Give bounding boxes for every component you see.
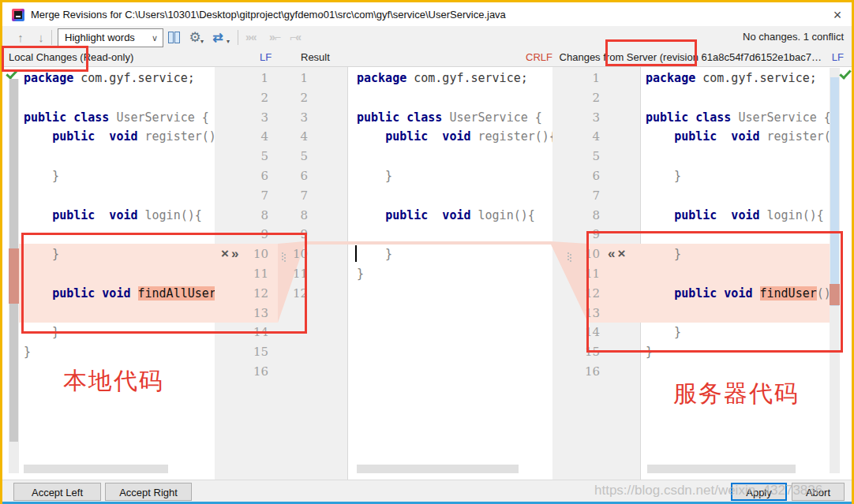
line-number: 6	[592, 166, 600, 186]
result-line-numbers: 123456789101112	[215, 67, 313, 473]
right-inspection-ok-icon	[839, 67, 851, 80]
window-title: Merge Revisions for C:\Users\10301\Deskt…	[31, 9, 506, 21]
line-number: 1	[300, 69, 308, 88]
code-line: }	[348, 245, 552, 264]
right-pane-title: Changes from Server (revision 61a8c54f7d…	[560, 51, 822, 63]
line-number: 8	[300, 206, 308, 226]
toolbar-separator	[238, 30, 238, 45]
code-line: public void register(){	[348, 127, 552, 147]
apply-left-nonconflicting-icon: ⌐«	[290, 28, 301, 47]
line-number: 8	[592, 206, 600, 226]
accept-left-button[interactable]: Accept Left	[13, 483, 101, 501]
code-line: package com.gyf.service;	[348, 69, 552, 88]
compare-panels-icon[interactable]	[168, 31, 181, 43]
line-number: 1	[592, 69, 600, 88]
code-line: package com.gyf.service;	[19, 69, 215, 88]
code-line: public class UserService {	[641, 108, 830, 128]
next-change-icon[interactable]: ↓	[32, 28, 50, 47]
apply-right-nonconflicting-icon: »⌐	[269, 28, 280, 47]
code-line: public void register(){	[19, 127, 215, 147]
abort-button[interactable]: Abort	[792, 483, 845, 501]
right-editor-scrollbar[interactable]	[830, 68, 840, 473]
line-number: 7	[592, 186, 600, 206]
line-number: 4	[592, 127, 600, 147]
code-line: }	[19, 342, 215, 362]
right-scrollbar-conflict-mark	[830, 284, 840, 305]
chevron-down-icon: ∨	[152, 29, 158, 47]
line-number: 11	[585, 264, 600, 284]
line-number: 14	[585, 323, 600, 342]
accept-right-button[interactable]: Accept Right	[105, 483, 192, 501]
highlight-mode-select[interactable]: Highlight words ∨	[58, 28, 163, 47]
left-pane-eol: LF	[260, 51, 272, 63]
code-line: }	[641, 245, 830, 264]
left-conflict-actions: ×»	[221, 245, 241, 263]
left-splitter-handle-icon[interactable]	[282, 252, 283, 254]
left-hscrollbar[interactable]	[24, 465, 168, 473]
swap-sides-icon[interactable]: ⇄	[209, 28, 227, 47]
code-line: }	[19, 166, 215, 186]
line-number: 12	[585, 284, 600, 304]
line-number: 4	[300, 127, 308, 147]
line-number: 3	[592, 108, 600, 128]
previous-change-icon[interactable]: ↑	[12, 28, 29, 47]
swap-caret-icon: ▾	[227, 38, 230, 45]
line-number: 13	[585, 304, 600, 323]
right-pane-eol: LF	[832, 51, 844, 63]
line-number: 5	[300, 147, 308, 166]
left-editor-code: package com.gyf.service;public class Use…	[19, 67, 215, 473]
line-number: 3	[300, 108, 308, 128]
code-line: package com.gyf.service;	[641, 69, 830, 88]
right-scrollbar-thumb[interactable]	[830, 77, 839, 306]
ignore-change-icon[interactable]: ×	[617, 246, 627, 261]
close-icon[interactable]: ×	[826, 6, 849, 24]
result-pane-title: Result	[301, 51, 330, 63]
code-line: public void findUser(){	[641, 284, 830, 304]
left-editor-scrollbar[interactable]	[9, 79, 19, 473]
window-border-left	[0, 0, 2, 504]
line-number: 2	[300, 88, 308, 108]
line-number: 5	[592, 147, 600, 166]
text-cursor	[355, 245, 357, 262]
code-line: }	[641, 166, 830, 186]
code-line: }	[641, 342, 830, 362]
pane-headers: Local Changes (Read-only) LF Result CRLF…	[2, 49, 852, 67]
apply-button[interactable]: Apply	[731, 483, 787, 501]
accept-change-right-icon[interactable]: »	[231, 246, 241, 261]
ignore-change-icon[interactable]: ×	[221, 246, 231, 261]
line-number: 9	[592, 225, 600, 245]
code-line: public class UserService {	[348, 108, 552, 128]
left-pane-title: Local Changes (Read-only)	[9, 51, 133, 63]
right-line-numbers: 12345678910111213141516	[552, 67, 605, 473]
right-splitter-handle-icon[interactable]	[567, 252, 569, 254]
code-line: public void login(){	[348, 206, 552, 226]
accept-change-left-icon[interactable]: «	[608, 246, 617, 261]
line-number: 6	[300, 166, 308, 186]
result-hscrollbar[interactable]	[357, 465, 519, 473]
right-conflict-actions: «×	[608, 245, 627, 263]
left-inspection-ok-icon	[6, 67, 17, 80]
toolbar: ↑ ↓ Highlight words ∨ ⚙ ▾ ⇄ ▾ »« »⌐ ⌐« N…	[2, 26, 852, 49]
code-line: }	[641, 323, 830, 342]
line-number: 2	[592, 88, 600, 108]
merge-revisions-dialog: Merge Revisions for C:\Users\10301\Deskt…	[0, 0, 854, 504]
right-hscrollbar[interactable]	[647, 465, 796, 473]
result-editor-code[interactable]: package com.gyf.service;public class Use…	[348, 67, 552, 473]
line-number: 9	[300, 225, 308, 245]
code-line: public void login(){	[19, 206, 215, 226]
line-number: 12	[293, 284, 308, 304]
line-number: 7	[300, 186, 308, 206]
gear-caret-icon: ▾	[200, 38, 204, 45]
highlight-mode-value: Highlight words	[58, 32, 135, 43]
bottom-bar: Accept Left Accept Right Apply Abort	[2, 480, 852, 502]
code-line: }	[348, 166, 552, 186]
title-bar: Merge Revisions for C:\Users\10301\Deskt…	[2, 2, 852, 26]
toolbar-separator	[51, 30, 52, 45]
code-line: public void login(){	[641, 206, 830, 226]
line-number: 16	[585, 362, 600, 382]
conflict-status: No changes. 1 conflict	[743, 31, 844, 43]
code-line: }	[19, 245, 215, 264]
code-line: }	[19, 323, 215, 342]
result-pane-eol: CRLF	[526, 51, 552, 63]
code-line: public void findAllUsers(){	[19, 284, 215, 304]
